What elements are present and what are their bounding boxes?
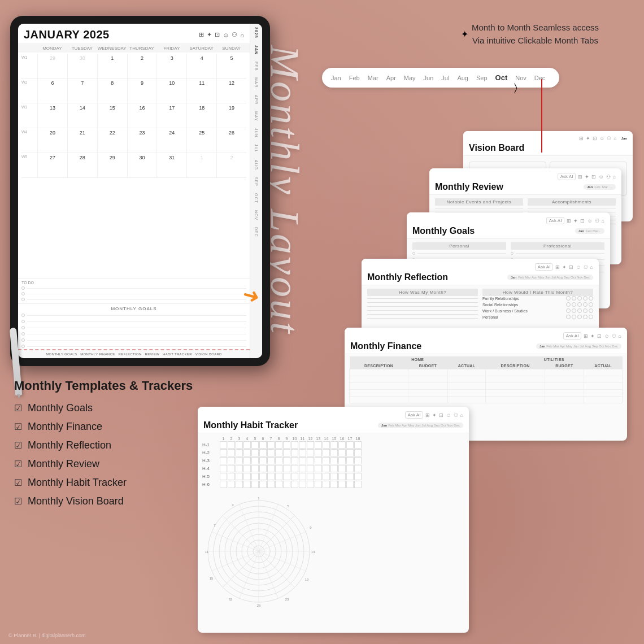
vision-board-header: ⊞ ✦ ⊡ ☺ ⚇ ⌂ Jan Vision Board xyxy=(463,131,633,156)
habit-title: Monthly Habit Tracker xyxy=(203,420,298,430)
todo-lines xyxy=(21,286,246,301)
month-tab-apr[interactable]: APR xyxy=(253,92,259,108)
month-tab-sep[interactable]: SEP xyxy=(253,173,259,190)
habit-cell-H-6-3 xyxy=(236,481,243,488)
review-col1-header: Notable Events and Projects xyxy=(435,198,523,206)
month-tab-dec[interactable]: DEC xyxy=(253,224,259,241)
month-tab-aug[interactable]: AUG xyxy=(253,156,259,173)
cal-day-18: 18 xyxy=(186,103,216,128)
rating-social: Social Relationships xyxy=(482,302,593,307)
check-icon-3: ☑ xyxy=(14,440,22,451)
people-icon: ⚇ xyxy=(232,31,237,38)
tab-mar[interactable]: Mar xyxy=(365,73,381,82)
nav-monthly-finance[interactable]: MONTHLY FINANCE xyxy=(80,353,115,356)
hab-tab-jan[interactable]: Jan xyxy=(381,424,387,427)
tab-oct[interactable]: Oct xyxy=(493,72,510,83)
goals-tab-more: Feb Mar... xyxy=(586,229,601,233)
cal-day-1: 1 xyxy=(97,54,127,78)
gdl-1 xyxy=(412,252,506,255)
todo-line-1 xyxy=(21,286,246,290)
habit-cell-H-5-7 xyxy=(267,473,275,480)
habit-grid-area: 1 2 3 4 5 6 7 8 9 10 11 12 13 14 15 16 1… xyxy=(198,433,469,491)
vb-month-jan[interactable]: Jan xyxy=(621,137,627,140)
habit-cell-H-3-11 xyxy=(299,457,306,464)
nav-habit-tracker[interactable]: HABIT TRACKER xyxy=(163,353,192,356)
review-ask-ai[interactable]: Ask AI xyxy=(558,173,576,180)
habit-cell-H-4-16 xyxy=(338,465,346,472)
month-tab-jan[interactable]: JAN xyxy=(253,42,259,58)
review-tab-active[interactable]: Jan xyxy=(587,185,593,189)
month-tab-jun[interactable]: JUN xyxy=(253,125,259,141)
hab-num-4: 4 xyxy=(243,437,251,441)
svg-text:23: 23 xyxy=(285,598,289,601)
tab-sep[interactable]: Sep xyxy=(474,73,490,82)
month-tab-nov[interactable]: NOV xyxy=(253,207,259,224)
tab-jan[interactable]: Jan xyxy=(329,73,343,82)
feature-monthly-review: ☑ Monthly Review xyxy=(14,458,195,470)
feature-text: Month to Month Seamless access Via intui… xyxy=(472,21,599,47)
goals-col2-header: Professional xyxy=(511,242,604,250)
review-tab-feb[interactable]: Feb xyxy=(594,185,600,189)
sd-4 xyxy=(583,302,588,307)
tab-dec[interactable]: Dec xyxy=(532,73,548,82)
habit-cell-H-5-2 xyxy=(228,473,235,480)
review-tab-mar[interactable]: Mar xyxy=(602,185,608,189)
habit-icons: Ask AI ⊞ ✦ ⊡ ☺ ⚇ ⌂ xyxy=(203,411,463,419)
tab-feb[interactable]: Feb xyxy=(347,73,362,82)
tab-jun[interactable]: Jun xyxy=(421,73,436,82)
finance-ask-ai[interactable]: Ask AI xyxy=(563,332,582,340)
svg-text:9: 9 xyxy=(310,526,312,529)
filter-icon: ⊞ xyxy=(199,31,204,38)
hab-icon-6: ⌂ xyxy=(460,412,463,418)
month-tab-oct[interactable]: OCT xyxy=(253,190,259,207)
reflection-ask-ai[interactable]: Ask AI xyxy=(535,263,554,271)
fin-tab-jan[interactable]: Jan xyxy=(539,345,545,348)
calendar-grid: W1 29 30 1 2 3 4 5 W2 6 7 8 9 xyxy=(18,53,250,278)
nav-vision-board[interactable]: VISION BOARD xyxy=(195,353,222,356)
habit-cell-H-5-3 xyxy=(236,473,243,480)
tablet-screen: JANUARY 2025 ⊞ ✦ ⊡ ☺ ⚇ ⌂ MONDAY TUESDAY xyxy=(18,24,262,358)
goals-icon-3: ⊡ xyxy=(580,218,585,224)
hab-num-14: 14 xyxy=(323,437,330,441)
month-tab-jul[interactable]: JUL xyxy=(253,141,259,156)
habit-rows: H-1H-2H-3H-4H-5H-6 xyxy=(202,441,464,488)
tab-jul[interactable]: Jul xyxy=(439,73,451,82)
rd-1 xyxy=(566,296,571,301)
fin-col-budget2: BUDGET xyxy=(545,363,584,369)
habit-cell-H-6-13 xyxy=(315,481,322,488)
tab-may[interactable]: May xyxy=(402,73,418,82)
check-icon-5: ☑ xyxy=(14,477,22,488)
year-tab[interactable]: 2025 xyxy=(253,24,259,42)
tab-aug[interactable]: Aug xyxy=(455,73,471,82)
fin-icon-4: ☺ xyxy=(604,333,609,339)
habit-cell-H-4-2 xyxy=(228,465,235,472)
fin-icon-3: ⊡ xyxy=(597,333,602,339)
habit-cell-H-5-8 xyxy=(275,473,282,480)
month-tab-mar[interactable]: MAR xyxy=(253,74,259,92)
goals-ask-ai[interactable]: Ask AI xyxy=(546,217,565,224)
cal-day-21: 21 xyxy=(67,128,97,153)
review-tab-apr[interactable]: ... xyxy=(610,185,612,189)
ref-tab-jan[interactable]: Jan xyxy=(511,276,516,279)
rfl-4 xyxy=(367,310,478,311)
finance-row-5 xyxy=(350,397,623,403)
nav-review[interactable]: REVIEW xyxy=(145,353,159,356)
habit-cell-H-5-14 xyxy=(323,473,330,480)
tab-nov[interactable]: Nov xyxy=(513,73,529,82)
circular-chart-container: 1 5 9 14 19 23 28 32 15 11 7 3 xyxy=(198,491,469,613)
rating-rows: Family Relationships Social Relationship… xyxy=(482,296,593,319)
month-tab-feb[interactable]: FEB xyxy=(253,58,259,75)
rating-work-dots xyxy=(566,308,593,313)
goals-tab-active[interactable]: Jan xyxy=(578,229,584,233)
month-tab-may[interactable]: MAY xyxy=(253,108,259,125)
review-title-row: Monthly Review Jan Feb Mar ... xyxy=(435,182,616,192)
review-icon-3: ⊡ xyxy=(591,174,596,180)
week-label-4: W4 xyxy=(21,128,37,153)
nav-reflection[interactable]: REFLECTION xyxy=(119,353,142,356)
habit-row-label-H-4: H-4 xyxy=(202,465,219,472)
rcl-1 xyxy=(435,208,523,208)
tab-apr[interactable]: Apr xyxy=(384,73,398,82)
habit-ask-ai[interactable]: Ask AI xyxy=(405,411,424,419)
nav-monthly-goals[interactable]: MONTHLY GOALS xyxy=(46,353,77,356)
day-sun: SUNDAY xyxy=(216,46,246,51)
